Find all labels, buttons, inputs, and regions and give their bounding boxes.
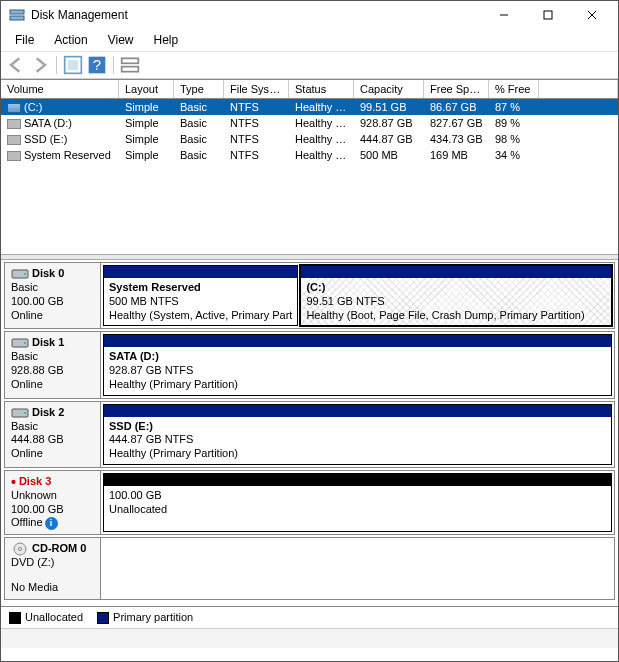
maximize-button[interactable] (526, 1, 570, 29)
disk-type: Basic (11, 350, 94, 364)
volume-layout: Simple (119, 101, 174, 113)
disk-body: 100.00 GB Unallocated (101, 471, 614, 534)
drive-icon (7, 135, 21, 145)
window-title: Disk Management (31, 8, 128, 22)
disk-body: SSD (E:) 444.87 GB NTFS Healthy (Primary… (101, 402, 614, 467)
app-icon (9, 7, 25, 23)
svg-point-17 (24, 412, 26, 414)
volume-pct: 87 % (489, 101, 539, 113)
disk-header[interactable]: Disk 1 Basic 928.88 GB Online (5, 332, 101, 397)
minimize-button[interactable] (482, 1, 526, 29)
partition-health: Healthy (Primary Partition) (109, 447, 606, 461)
info-icon[interactable]: i (45, 517, 58, 530)
svg-rect-7 (68, 60, 78, 70)
partition-sub: 99.51 GB NTFS (306, 295, 606, 309)
volume-status: Healthy (B... (289, 101, 354, 113)
disk-name: Disk 0 (32, 267, 64, 281)
partition-sub: 928.87 GB NTFS (109, 364, 606, 378)
partition[interactable]: 100.00 GB Unallocated (103, 473, 612, 532)
details-view-button[interactable] (119, 54, 141, 76)
disk-size: 100.00 GB (11, 503, 94, 517)
partition-title: System Reserved (109, 281, 292, 295)
svg-text:?: ? (93, 56, 101, 73)
partition-cap (301, 266, 611, 278)
back-button[interactable] (5, 54, 27, 76)
col-status[interactable]: Status (289, 80, 354, 98)
volume-free: 86.67 GB (424, 101, 489, 113)
partition-health: Unallocated (109, 503, 606, 517)
col-capacity[interactable]: Capacity (354, 80, 424, 98)
disk-row[interactable]: Disk 2 Basic 444.88 GB Online SSD (E:) 4… (4, 401, 615, 468)
refresh-button[interactable] (62, 54, 84, 76)
disk-row[interactable]: Disk 0 Basic 100.00 GB Online System Res… (4, 262, 615, 329)
svg-rect-0 (10, 10, 24, 14)
menu-bar: File Action View Help (1, 29, 618, 52)
volume-row[interactable]: System Reserved Simple Basic NTFS Health… (1, 147, 618, 163)
disk-icon (11, 267, 29, 281)
svg-rect-11 (122, 67, 139, 72)
volume-pct: 89 % (489, 117, 539, 129)
volume-type: Basic (174, 101, 224, 113)
partition-title: SSD (E:) (109, 420, 606, 434)
volume-name: System Reserved (24, 149, 111, 161)
disk-row[interactable]: CD-ROM 0 DVD (Z:) No Media (4, 537, 615, 600)
menu-help[interactable]: Help (146, 31, 187, 49)
col-layout[interactable]: Layout (119, 80, 174, 98)
disk-status: No Media (11, 581, 94, 595)
col-freespace[interactable]: Free Spa... (424, 80, 489, 98)
menu-file[interactable]: File (7, 31, 42, 49)
disk-header[interactable]: CD-ROM 0 DVD (Z:) No Media (5, 538, 101, 599)
volume-type: Basic (174, 133, 224, 145)
partition-sub: 100.00 GB (109, 489, 606, 503)
volume-pct: 98 % (489, 133, 539, 145)
partition[interactable]: (C:) 99.51 GB NTFS Healthy (Boot, Page F… (300, 265, 612, 326)
svg-point-15 (24, 342, 26, 344)
forward-button[interactable] (29, 54, 51, 76)
volume-fs: NTFS (224, 117, 289, 129)
menu-view[interactable]: View (100, 31, 142, 49)
volume-layout: Simple (119, 149, 174, 161)
disk-type: Unknown (11, 489, 94, 503)
disk-size: 444.88 GB (11, 433, 94, 447)
volume-row[interactable]: (C:) Simple Basic NTFS Healthy (B... 99.… (1, 99, 618, 115)
legend-unallocated: Unallocated (9, 611, 83, 624)
volume-capacity: 928.87 GB (354, 117, 424, 129)
partition-health: Healthy (Primary Partition) (109, 378, 606, 392)
col-spacer (539, 80, 618, 98)
partition[interactable]: SSD (E:) 444.87 GB NTFS Healthy (Primary… (103, 404, 612, 465)
partition-cap (104, 474, 611, 486)
partition-sub: 444.87 GB NTFS (109, 433, 606, 447)
col-volume[interactable]: Volume (1, 80, 119, 98)
disk-header[interactable]: •Disk 3 Unknown 100.00 GB Offlinei (5, 471, 101, 534)
col-filesystem[interactable]: File System (224, 80, 289, 98)
menu-action[interactable]: Action (46, 31, 95, 49)
volume-type: Basic (174, 117, 224, 129)
svg-point-19 (19, 548, 22, 551)
disk-status: Offline (11, 516, 43, 528)
partition[interactable]: System Reserved 500 MB NTFS Healthy (Sys… (103, 265, 298, 326)
partition-cap (104, 266, 297, 278)
svg-rect-3 (544, 11, 552, 19)
volume-fs: NTFS (224, 149, 289, 161)
title-bar: Disk Management (1, 1, 618, 29)
volume-name: SATA (D:) (24, 117, 72, 129)
disk-row[interactable]: Disk 1 Basic 928.88 GB Online SATA (D:) … (4, 331, 615, 398)
toolbar-separator (56, 56, 57, 74)
close-button[interactable] (570, 1, 614, 29)
help-button[interactable]: ? (86, 54, 108, 76)
disk-status: Online (11, 309, 94, 323)
disk-name: Disk 2 (32, 406, 64, 420)
volume-free: 827.67 GB (424, 117, 489, 129)
col-type[interactable]: Type (174, 80, 224, 98)
volume-row[interactable]: SSD (E:) Simple Basic NTFS Healthy (P...… (1, 131, 618, 147)
disk-header[interactable]: Disk 2 Basic 444.88 GB Online (5, 402, 101, 467)
volume-row[interactable]: SATA (D:) Simple Basic NTFS Healthy (P..… (1, 115, 618, 131)
swatch-navy-icon (97, 612, 109, 624)
disk-row[interactable]: •Disk 3 Unknown 100.00 GB Offlinei 100.0… (4, 470, 615, 535)
partition[interactable]: SATA (D:) 928.87 GB NTFS Healthy (Primar… (103, 334, 612, 395)
disk-header[interactable]: Disk 0 Basic 100.00 GB Online (5, 263, 101, 328)
disk-name: Disk 3 (19, 475, 51, 489)
col-pctfree[interactable]: % Free (489, 80, 539, 98)
disk-graphical-view: Disk 0 Basic 100.00 GB Online System Res… (1, 260, 618, 606)
partition-health: Healthy (Boot, Page File, Crash Dump, Pr… (306, 309, 606, 323)
